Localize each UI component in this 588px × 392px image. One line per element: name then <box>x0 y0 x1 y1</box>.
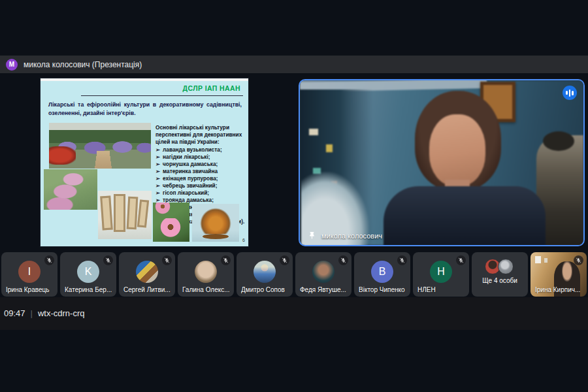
mic-off-icon <box>103 255 113 265</box>
shared-presentation-slide[interactable]: ДСЛР ІАП НААН Лікарські та ефіроолійні к… <box>41 78 248 246</box>
avatar <box>312 261 335 283</box>
presenter-avatar: M <box>6 59 18 71</box>
participant-tile[interactable]: Галина Олекс... <box>178 252 234 297</box>
list-item: ➢нагідки лікарські; <box>155 154 246 161</box>
mic-off-icon <box>280 255 289 265</box>
mic-off-icon <box>162 255 172 265</box>
overflow-count-label: Ще 4 особи <box>472 277 528 284</box>
participant-tile[interactable]: K Катерина Бер... <box>60 252 116 297</box>
slide-photo-dried-arrangement <box>192 204 239 242</box>
slide-photo-lavender-garden <box>49 123 151 169</box>
call-control-bar: 09:47 | wtx-cdrn-crq CC <box>0 297 588 330</box>
avatar <box>136 261 158 283</box>
list-item: ➢чорнушка дамаська; <box>155 161 246 168</box>
list-item: ➢материнка звичайна <box>155 168 246 175</box>
participant-name: Галина Олекс... <box>182 286 231 293</box>
list-item: ➢чебрець звичайний; <box>155 182 246 189</box>
avatar: K <box>77 261 99 283</box>
participant-filmstrip: I Ірина Кравець K Катерина Бер... Сергей… <box>0 252 588 297</box>
list-item: ➢гісоп лікарський; <box>155 189 246 197</box>
participant-tile[interactable]: B Віктор Чипенко <box>354 252 410 297</box>
participant-tile[interactable]: H НЛЕН <box>413 252 469 297</box>
participant-tile[interactable]: Ірина Кирпич... <box>531 252 587 297</box>
audio-bars-icon <box>566 89 574 97</box>
slide-photo-herbarium-frames <box>98 191 152 239</box>
pin-icon <box>308 231 316 240</box>
meeting-code: wtx-cdrn-crq <box>38 308 85 318</box>
avatar <box>195 261 217 283</box>
clock: 09:47 <box>4 308 25 318</box>
overflow-avatars <box>485 259 515 276</box>
participant-name: Дмитро Сопов <box>241 286 290 293</box>
mic-off-icon <box>397 255 407 265</box>
participant-tile[interactable]: Федя Явтуше... <box>295 252 351 297</box>
slide-page-number: 6 <box>242 238 245 242</box>
avatar: H <box>430 261 452 283</box>
slide-header: ДСЛР ІАП НААН <box>183 84 240 92</box>
mic-off-icon <box>574 255 583 265</box>
overflow-participants-tile[interactable]: Ще 4 особи <box>472 252 528 297</box>
pinned-speaker-video[interactable]: микола колосович <box>299 79 585 246</box>
participant-tile[interactable]: Дмитро Сопов <box>237 252 293 297</box>
meet-window: M микола колосович (Презентація) ДСЛР ІА… <box>0 0 588 392</box>
mic-off-icon <box>44 255 54 265</box>
avatar: B <box>371 261 393 283</box>
presentation-title-bar: M микола колосович (Презентація) <box>0 56 588 73</box>
mic-off-icon <box>338 255 348 265</box>
participant-tile[interactable]: I Ірина Кравець <box>1 252 57 297</box>
slide-photo-thyme-path <box>44 169 97 210</box>
participant-name: Федя Явтуше... <box>300 286 349 293</box>
participant-name: Віктор Чипенко <box>359 286 408 293</box>
avatar: I <box>18 261 41 283</box>
participant-name: Катерина Бер... <box>65 286 114 293</box>
mic-off-icon <box>221 255 231 265</box>
avatar <box>253 261 276 283</box>
speaker-video-feed <box>300 80 583 245</box>
participant-name: Сергей Литви... <box>123 286 172 293</box>
slide-intro-text: Лікарські та ефіроолійні культури в деко… <box>48 101 242 118</box>
participant-name: Ірина Кравець <box>6 286 55 293</box>
meeting-info: 09:47 | wtx-cdrn-crq <box>4 308 84 318</box>
presentation-title: микола колосович (Презентація) <box>24 60 142 69</box>
list-item: ➢лаванда вузьколиста; <box>155 146 246 154</box>
participant-tile[interactable]: Сергей Литви... <box>119 252 175 297</box>
participant-name: НЛЕН <box>417 286 466 293</box>
participant-name: Ірина Кирпич... <box>535 286 584 293</box>
audio-activity-indicator <box>563 86 577 100</box>
mic-off-icon <box>456 255 466 265</box>
slide-list-title: Основні лікарські культури перспективні … <box>155 124 243 145</box>
slide-photo-echinacea <box>153 203 189 242</box>
main-stage: ДСЛР ІАП НААН Лікарські та ефіроолійні к… <box>0 73 588 252</box>
slide-divider <box>81 95 243 96</box>
speaker-name-label: микола колосович <box>308 231 382 240</box>
list-item: ➢ехінацея пурпурова; <box>155 175 246 182</box>
